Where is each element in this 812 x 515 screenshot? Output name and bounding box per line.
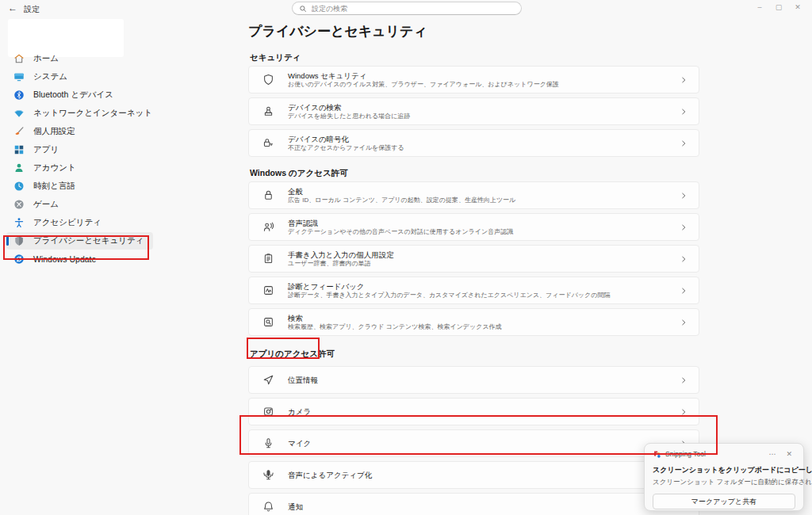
settings-row[interactable]: デバイスの暗号化不正なアクセスからファイルを保護する — [248, 129, 699, 157]
snipping-tool-icon — [653, 450, 661, 459]
toast-subtitle: スクリーンショット フォルダーに自動的に保存されました。 — [653, 478, 795, 487]
row-title: 通知 — [288, 502, 666, 511]
section-header: アプリのアクセス許可 — [250, 348, 699, 359]
settings-row[interactable]: 手書き入力と入力の個人用設定ユーザー辞書、辞書内の単語 — [248, 245, 699, 273]
sidebar-item-label: 時刻と言語 — [33, 181, 75, 192]
sidebar-item-2[interactable]: Bluetooth とデバイス — [6, 86, 153, 104]
row-title: マイク — [288, 439, 666, 448]
chevron-right-icon — [680, 287, 688, 295]
sidebar-item-9[interactable]: アクセシビリティ — [6, 214, 153, 231]
page-title: プライバシーとセキュリティ — [248, 23, 699, 40]
camera-icon — [262, 406, 274, 418]
section-header: セキュリティ — [250, 52, 699, 63]
row-subtitle: ディクテーションやその他の音声ベースの対話に使用するオンライン音声認識 — [288, 228, 666, 235]
settings-row[interactable]: カメラ — [248, 398, 699, 425]
accounts-icon — [13, 162, 25, 174]
location-icon — [262, 374, 274, 386]
row-title: 全般 — [288, 187, 666, 196]
speech-icon — [262, 221, 274, 233]
settings-row[interactable]: デバイスの検索デバイスを紛失したと思われる場合に追跡 — [248, 97, 699, 125]
titlebar: ← 設定 – ▢ ✕ — [0, 0, 812, 17]
sidebar-item-label: Bluetooth とデバイス — [33, 90, 113, 101]
settings-row[interactable]: Windows セキュリティお使いのデバイスのウイルス対策、ブラウザー、ファイア… — [248, 66, 699, 93]
microphone-icon — [262, 437, 274, 449]
maximize-button[interactable]: ▢ — [769, 0, 788, 14]
chevron-right-icon — [680, 192, 688, 200]
chevron-right-icon — [680, 376, 688, 384]
device-encryption-icon — [262, 137, 274, 149]
row-title: デバイスの検索 — [288, 103, 666, 112]
markup-share-button[interactable]: マークアップと共有 — [653, 494, 795, 509]
sidebar-item-1[interactable]: システム — [6, 68, 153, 86]
section-header: Windows のアクセス許可 — [250, 167, 699, 178]
find-device-icon — [262, 105, 274, 117]
sidebar-item-10[interactable]: プライバシーとセキュリティ — [6, 232, 153, 250]
sidebar-item-5[interactable]: アプリ — [6, 141, 153, 158]
toast-app-name: Snipping Tool — [665, 450, 761, 458]
toast-more-button[interactable]: ⋯ — [765, 450, 779, 458]
sidebar-item-11[interactable]: Windows Update — [6, 250, 153, 268]
row-title: 検索 — [288, 314, 666, 322]
sidebar-item-label: Windows Update — [33, 254, 96, 264]
home-icon — [13, 53, 25, 64]
lock-icon — [262, 189, 274, 201]
search-icon — [299, 5, 307, 13]
toast-close-button[interactable]: ✕ — [783, 450, 795, 458]
back-button[interactable]: ← — [8, 2, 17, 13]
sidebar-item-3[interactable]: ネットワークとインターネット — [6, 105, 153, 122]
time-language-icon — [13, 181, 25, 192]
windows-update-icon — [13, 254, 25, 265]
row-title: Windows セキュリティ — [288, 71, 666, 80]
toast-title: スクリーンショットをクリップボードにコピーしました — [653, 465, 795, 475]
chevron-right-icon — [680, 255, 688, 263]
sidebar-item-7[interactable]: 時刻と言語 — [6, 177, 153, 195]
bluetooth-icon — [13, 90, 25, 101]
settings-row[interactable]: マイク — [248, 429, 699, 457]
sidebar-item-label: ホーム — [33, 53, 59, 64]
sidebar-item-label: システム — [33, 71, 67, 82]
diagnostics-icon — [262, 284, 274, 296]
sidebar-item-label: アクセシビリティ — [33, 217, 102, 228]
snipping-tool-toast: Snipping Tool ⋯ ✕ スクリーンショットをクリップボードにコピーし… — [644, 443, 804, 511]
sidebar-item-label: 個人用設定 — [33, 126, 75, 137]
network-icon — [13, 108, 25, 119]
inking-icon — [262, 253, 274, 265]
row-title: 診断とフィードバック — [288, 282, 666, 291]
settings-row[interactable]: 診断とフィードバック診断データ、手書き入力とタイプ入力のデータ、カスタマイズされ… — [248, 277, 699, 304]
chevron-right-icon — [680, 408, 688, 416]
personalization-icon — [13, 126, 25, 137]
sidebar-item-4[interactable]: 個人用設定 — [6, 123, 153, 140]
apps-icon — [13, 144, 25, 155]
settings-row[interactable]: 検索検索履歴、検索アプリ、クラウド コンテンツ検索、検索インデックス作成 — [248, 308, 699, 336]
voice-activation-icon — [262, 469, 274, 481]
shield-icon — [262, 74, 274, 86]
sidebar-item-0[interactable]: ホーム — [6, 50, 153, 67]
row-subtitle: 広告 ID、ローカル コンテンツ、アプリの起動、設定の提案、生産性向上ツール — [288, 196, 666, 204]
settings-row[interactable]: 音声認識ディクテーションやその他の音声ベースの対話に使用するオンライン音声認識 — [248, 213, 699, 241]
system-icon — [13, 71, 25, 82]
settings-search[interactable] — [292, 2, 522, 15]
row-title: 位置情報 — [288, 376, 666, 384]
privacy-security-icon — [13, 235, 25, 246]
app-title: 設定 — [24, 4, 40, 15]
minimize-button[interactable]: – — [750, 0, 769, 14]
chevron-right-icon — [680, 223, 688, 231]
search-input[interactable] — [312, 5, 515, 13]
row-subtitle: ユーザー辞書、辞書内の単語 — [288, 260, 666, 267]
row-title: デバイスの暗号化 — [288, 135, 666, 143]
row-subtitle: デバイスを紛失したと思われる場合に追跡 — [288, 113, 666, 120]
sidebar-item-6[interactable]: アカウント — [6, 159, 153, 177]
sidebar-item-label: アプリ — [33, 144, 59, 155]
close-button[interactable]: ✕ — [788, 0, 807, 14]
settings-row[interactable]: 通知 — [248, 493, 699, 515]
row-subtitle: 不正なアクセスからファイルを保護する — [288, 144, 666, 151]
chevron-right-icon — [680, 319, 688, 326]
sidebar-item-label: ゲーム — [33, 199, 59, 210]
sidebar-item-label: アカウント — [33, 162, 76, 174]
settings-row[interactable]: 音声によるアクティブ化 — [248, 461, 699, 489]
row-title: 音声によるアクティブ化 — [288, 471, 666, 479]
settings-row[interactable]: 位置情報 — [248, 366, 699, 394]
sidebar-item-8[interactable]: ゲーム — [6, 196, 153, 213]
settings-row[interactable]: 全般広告 ID、ローカル コンテンツ、アプリの起動、設定の提案、生産性向上ツール — [248, 181, 699, 209]
row-subtitle: 検索履歴、検索アプリ、クラウド コンテンツ検索、検索インデックス作成 — [288, 323, 666, 330]
